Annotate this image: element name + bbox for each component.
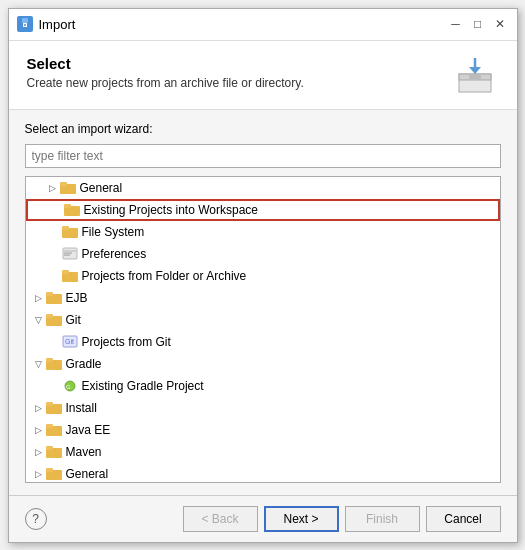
svg-rect-29 <box>46 358 53 362</box>
minimize-button[interactable]: ─ <box>447 15 465 33</box>
group-javaee[interactable]: ▷ Java EE <box>26 419 500 441</box>
chevron-maven: ▷ <box>32 445 46 459</box>
folder-other-icon <box>46 467 62 481</box>
svg-rect-35 <box>46 424 53 428</box>
finish-button[interactable]: Finish <box>345 506 420 532</box>
import-graphic-icon <box>453 56 497 94</box>
group-javaee-label: Java EE <box>66 423 111 437</box>
back-button[interactable]: < Back <box>183 506 258 532</box>
svg-rect-39 <box>46 468 53 472</box>
header-section: Select Create new projects from an archi… <box>9 41 517 110</box>
chevron-other: ▷ <box>32 467 46 481</box>
next-button[interactable]: Next > <box>264 506 339 532</box>
item-preferences-label: Preferences <box>82 247 147 261</box>
svg-rect-11 <box>60 182 67 186</box>
folder-javaee-icon <box>46 423 62 437</box>
content-area: Select an import wizard: ▷ General Exist… <box>9 110 517 495</box>
chevron-ejb: ▷ <box>32 291 46 305</box>
folder-install-icon <box>46 401 62 415</box>
dialog-title: Import <box>39 17 76 32</box>
folder-maven-icon <box>46 445 62 459</box>
group-ejb-label: EJB <box>66 291 88 305</box>
header-icon <box>451 55 499 95</box>
chevron-install: ▷ <box>32 401 46 415</box>
item-existing-projects[interactable]: Existing Projects into Workspace <box>26 199 500 221</box>
folder-gitproj-icon: Git <box>62 335 78 349</box>
group-general[interactable]: ▷ General <box>26 177 500 199</box>
item-projects-folder[interactable]: Projects from Folder or Archive <box>26 265 500 287</box>
header-description: Create new projects from an archive file… <box>27 76 304 90</box>
folder-existing-icon <box>64 203 80 217</box>
chevron-javaee: ▷ <box>32 423 46 437</box>
folder-filesystem-icon <box>62 225 78 239</box>
svg-rect-19 <box>64 255 70 256</box>
close-button[interactable]: ✕ <box>491 15 509 33</box>
svg-text:G: G <box>66 384 71 390</box>
svg-rect-23 <box>46 292 53 296</box>
folder-general-icon <box>60 181 76 195</box>
item-projfolder-label: Projects from Folder or Archive <box>82 269 247 283</box>
item-projects-git[interactable]: Git Projects from Git <box>26 331 500 353</box>
cancel-button[interactable]: Cancel <box>426 506 501 532</box>
group-other[interactable]: ▷ General <box>26 463 500 483</box>
svg-rect-33 <box>46 402 53 406</box>
group-maven[interactable]: ▷ Maven <box>26 441 500 463</box>
title-bar: Import ─ □ ✕ <box>9 9 517 41</box>
folder-git-icon <box>46 313 62 327</box>
wizard-tree[interactable]: ▷ General Existing Projects into Workspa… <box>25 176 501 483</box>
folder-projfolder-icon <box>62 269 78 283</box>
item-gradleproj-label: Existing Gradle Project <box>82 379 204 393</box>
dialog-icon <box>17 16 33 32</box>
svg-rect-15 <box>62 226 69 230</box>
group-install-label: Install <box>66 401 97 415</box>
group-maven-label: Maven <box>66 445 102 459</box>
item-existing-label: Existing Projects into Workspace <box>84 203 259 217</box>
group-ejb[interactable]: ▷ EJB <box>26 287 500 309</box>
svg-rect-7 <box>469 75 481 79</box>
folder-gradleproj-icon: G <box>62 379 78 393</box>
footer-right: < Back Next > Finish Cancel <box>183 506 501 532</box>
footer-left: ? <box>25 508 47 530</box>
group-other-label: General <box>66 467 109 481</box>
header-text: Select Create new projects from an archi… <box>27 55 304 90</box>
svg-marker-9 <box>469 67 481 74</box>
title-controls: ─ □ ✕ <box>447 15 509 33</box>
maximize-button[interactable]: □ <box>469 15 487 33</box>
svg-rect-37 <box>46 446 53 450</box>
group-git[interactable]: ▽ Git <box>26 309 500 331</box>
group-gradle[interactable]: ▽ Gradle <box>26 353 500 375</box>
svg-text:Git: Git <box>65 338 74 345</box>
wizard-label: Select an import wizard: <box>25 122 501 136</box>
chevron-general: ▷ <box>46 181 60 195</box>
svg-rect-1 <box>22 18 28 23</box>
folder-prefs-icon <box>62 247 78 261</box>
item-gradle-project[interactable]: G Existing Gradle Project <box>26 375 500 397</box>
svg-rect-25 <box>46 314 53 318</box>
import-dialog: Import ─ □ ✕ Select Create new projects … <box>8 8 518 543</box>
help-button[interactable]: ? <box>25 508 47 530</box>
title-bar-left: Import <box>17 16 76 32</box>
header-title: Select <box>27 55 304 72</box>
dialog-footer: ? < Back Next > Finish Cancel <box>9 495 517 542</box>
item-file-system[interactable]: File System <box>26 221 500 243</box>
group-git-label: Git <box>66 313 81 327</box>
chevron-gradle: ▽ <box>32 357 46 371</box>
folder-gradle-icon <box>46 357 62 371</box>
group-gradle-label: Gradle <box>66 357 102 371</box>
svg-rect-13 <box>64 204 71 208</box>
svg-rect-21 <box>62 270 69 274</box>
group-general-label: General <box>80 181 123 195</box>
filter-input[interactable] <box>25 144 501 168</box>
svg-rect-18 <box>64 253 72 254</box>
chevron-git: ▽ <box>32 313 46 327</box>
item-filesystem-label: File System <box>82 225 145 239</box>
folder-ejb-icon <box>46 291 62 305</box>
item-preferences[interactable]: Preferences <box>26 243 500 265</box>
item-gitproj-label: Projects from Git <box>82 335 171 349</box>
group-install[interactable]: ▷ Install <box>26 397 500 419</box>
